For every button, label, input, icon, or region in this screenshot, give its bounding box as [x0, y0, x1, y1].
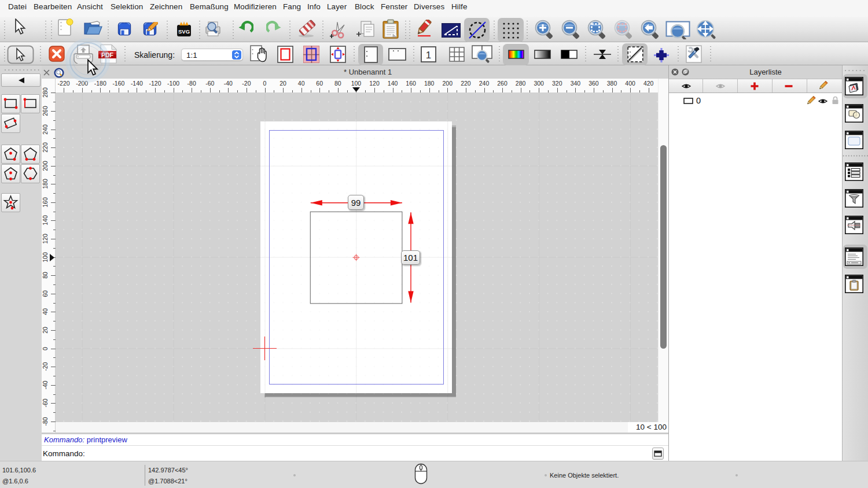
svg-text:SVG: SVG: [178, 28, 190, 35]
svg-text:1: 1: [426, 50, 431, 61]
